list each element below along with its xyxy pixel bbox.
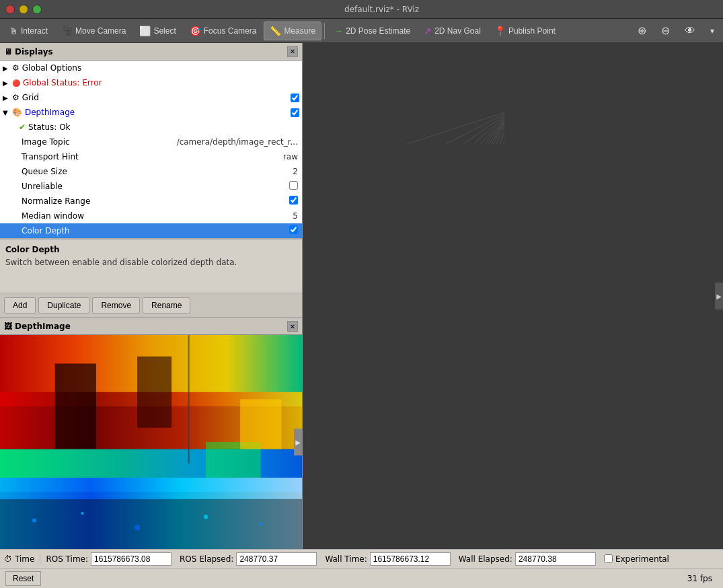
experimental-checkbox[interactable]: [604, 554, 613, 563]
displays-header: 🖥 Displays ✕: [0, 43, 302, 61]
tree-item-status-ok[interactable]: ✔ Status: Ok: [0, 120, 302, 135]
icon-global-options: ⚙: [12, 63, 20, 73]
close-button[interactable]: [5, 5, 15, 14]
displays-label: Displays: [15, 47, 53, 57]
depth-image-area: ▶: [0, 335, 302, 549]
experimental-field: Experimental: [604, 554, 669, 564]
main-content: 🖥 Displays ✕ ▶ ⚙ Global Options ▶ 🔴 Glob…: [0, 43, 723, 549]
window-title: default.rviz* - RViz: [46, 5, 718, 14]
depth-close-btn[interactable]: ✕: [287, 321, 298, 332]
checkbox-grid[interactable]: [291, 94, 299, 102]
value-transport-hint: raw: [279, 151, 302, 163]
label-global-status: Global Status: Error: [23, 78, 299, 87]
checkbox-color-depth[interactable]: [289, 225, 298, 234]
icon-global-status: 🔴: [12, 79, 20, 87]
arrow-grid: ▶: [3, 94, 11, 102]
reset-button[interactable]: Reset: [5, 571, 41, 586]
interact-button[interactable]: 🖱 Interact: [3, 22, 54, 40]
publish-icon: 📍: [494, 26, 506, 36]
tree-row-queue-size[interactable]: Queue Size 2: [0, 164, 302, 179]
value-median-window: 5: [289, 210, 302, 222]
tree-item-grid[interactable]: ▶ ⚙ Grid: [0, 90, 302, 105]
statusbar-time-label: Time: [15, 554, 34, 564]
tree-row-unreliable[interactable]: Unreliable: [0, 179, 302, 194]
displays-tree: ▶ ⚙ Global Options ▶ 🔴 Global Status: Er…: [0, 61, 302, 239]
checkbox-depth-image[interactable]: [291, 108, 299, 117]
info-description: Switch between enable and disable colori…: [5, 257, 297, 268]
svg-point-11: [204, 515, 208, 519]
toolbar-sep-1: [324, 23, 325, 39]
statusbar: ⏱ Time ROS Time: ROS Elapsed: Wall Time:…: [0, 549, 723, 568]
tree-row-transport-hint[interactable]: Transport Hint raw: [0, 149, 302, 164]
svg-point-8: [32, 518, 36, 522]
camera-toolbar-btn[interactable]: 👁: [679, 22, 701, 40]
label-queue-size: Queue Size: [19, 166, 289, 178]
ros-elapsed-input[interactable]: [236, 552, 317, 566]
tree-item-depth-image[interactable]: ▼ 🎨 DepthImage: [0, 105, 302, 120]
tree-row-median-window[interactable]: Median window 5: [0, 209, 302, 223]
wall-elapsed-label: Wall Elapsed:: [459, 554, 512, 564]
label-global-options: Global Options: [22, 63, 299, 73]
minus-toolbar-btn[interactable]: ⊖: [655, 22, 676, 40]
arrow-global-status: ▶: [3, 79, 11, 87]
depth-header: 🖼 DepthImage ✕: [0, 318, 302, 335]
label-depth-image: DepthImage: [25, 108, 291, 117]
ros-elapsed-label: ROS Elapsed:: [180, 554, 233, 564]
add-button[interactable]: Add: [4, 297, 36, 314]
svg-rect-3: [55, 363, 96, 449]
depth-label: DepthImage: [15, 322, 71, 331]
2d-nav-button[interactable]: ↗ 2D Nav Goal: [418, 22, 487, 40]
checkbox-unreliable[interactable]: [289, 181, 298, 190]
select-button[interactable]: ⬜ Select: [133, 22, 182, 40]
info-title: Color Depth: [5, 245, 297, 254]
displays-close-btn[interactable]: ✕: [287, 46, 298, 57]
label-median-window: Median window: [19, 210, 289, 222]
tree-item-global-options[interactable]: ▶ ⚙ Global Options: [0, 61, 302, 75]
maximize-button[interactable]: [32, 5, 42, 14]
remove-button[interactable]: Remove: [92, 297, 140, 314]
svg-rect-14: [240, 399, 281, 449]
viewport-grid: [303, 43, 504, 144]
label-normalize-range: Normalize Range: [19, 195, 285, 207]
publish-point-button[interactable]: 📍 Publish Point: [488, 22, 562, 40]
duplicate-button[interactable]: Duplicate: [38, 297, 89, 314]
tree-item-global-status[interactable]: ▶ 🔴 Global Status: Error: [0, 75, 302, 90]
ros-time-field: ROS Time:: [46, 552, 172, 566]
toolbar-right: ⊕ ⊖ 👁 ▾: [632, 22, 720, 40]
wall-elapsed-input[interactable]: [515, 552, 596, 566]
dropdown-toolbar-btn[interactable]: ▾: [704, 22, 720, 40]
icon-grid: ⚙: [12, 93, 20, 102]
move-camera-button[interactable]: 🎥 Move Camera: [55, 22, 132, 40]
experimental-label: Experimental: [615, 554, 669, 564]
wall-time-input[interactable]: [370, 552, 451, 566]
depth-icon: 🖼: [4, 322, 12, 331]
label-unreliable: Unreliable: [19, 180, 285, 192]
2d-pose-button[interactable]: → 2D Pose Estimate: [328, 22, 416, 40]
measure-button[interactable]: 📏 Measure: [264, 22, 321, 40]
depth-panel-arrow[interactable]: ▶: [294, 429, 302, 455]
viewport-right-arrow[interactable]: ▶: [715, 283, 723, 309]
measure-icon: 📏: [270, 26, 281, 36]
tree-row-normalize-range[interactable]: Normalize Range: [0, 194, 302, 209]
tree-row-image-topic[interactable]: Image Topic /camera/depth/image_rect_r..…: [0, 135, 302, 149]
interact-icon: 🖱: [9, 26, 18, 36]
rename-button[interactable]: Rename: [143, 297, 190, 314]
select-icon: ⬜: [139, 26, 151, 36]
depth-panel: 🖼 DepthImage ✕: [0, 318, 302, 549]
svg-rect-16: [303, 43, 504, 144]
label-grid: Grid: [22, 93, 291, 102]
tree-row-color-depth[interactable]: Color Depth: [0, 223, 302, 238]
add-toolbar-btn[interactable]: ⊕: [632, 22, 652, 40]
svg-rect-7: [0, 499, 302, 549]
minimize-button[interactable]: [19, 5, 28, 14]
time-icon: ⏱: [4, 554, 12, 564]
2d-pose-icon: →: [334, 26, 343, 36]
label-transport-hint: Transport Hint: [19, 151, 279, 163]
checkbox-normalize-range[interactable]: [289, 196, 298, 205]
label-image-topic: Image Topic: [19, 136, 173, 148]
move-camera-icon: 🎥: [61, 26, 73, 36]
3d-viewport[interactable]: ▶: [303, 43, 723, 549]
ros-time-input[interactable]: [91, 552, 172, 566]
focus-camera-button[interactable]: 🎯 Focus Camera: [184, 22, 263, 40]
focus-icon: 🎯: [190, 26, 201, 36]
